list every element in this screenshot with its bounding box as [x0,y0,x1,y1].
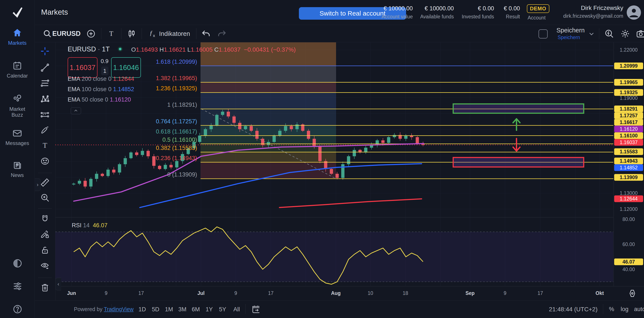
log-scale-button[interactable]: log [621,306,628,312]
toolbar-divider [38,278,52,278]
percent-scale-button[interactable]: % [609,306,614,312]
candle-body [307,131,310,139]
trend-line-tool-button[interactable] [40,63,50,72]
avatar[interactable] [627,6,641,20]
auto-scale-button[interactable]: auto [634,306,644,312]
hide-drawings-button[interactable] [40,261,50,271]
candle-body [296,124,299,129]
symbol-search-button[interactable] [42,29,52,39]
header: Markets Switch to Real account € 10000.0… [34,0,644,25]
snapshot-button[interactable] [636,29,644,39]
layout-checkbox[interactable] [538,30,548,38]
range-button-1y[interactable]: 1Y [204,305,214,314]
save-menu-button[interactable] [588,30,598,40]
save-button[interactable]: Speichern [553,27,588,34]
fib-level-label: 0.382 (1.15583) [156,144,197,151]
redo-button[interactable] [217,29,227,39]
collapse-toolbar-tab[interactable]: ‹ [55,278,61,290]
candle-body [198,136,202,142]
undo-icon [201,29,211,39]
fib-retracement-tool-button[interactable] [40,78,50,88]
ema200-value: 1.12644 [113,76,134,82]
toolbar-divider [38,208,52,209]
indicator-row-ema100[interactable]: EMA 100 close 0 1.14852 [68,86,134,93]
bottom-bar: Powered by TradingView 21:48:44 (UTC+2) … [34,300,644,318]
stat-value: € 0.00 [455,5,494,12]
legend-symbol[interactable]: EURUSD [68,45,96,53]
fib-band [200,42,336,66]
scroll-to-recent-button[interactable] [628,288,637,298]
indicator-row-rsi[interactable]: RSI 14 46.07 [72,222,108,229]
price-chart-canvas[interactable] [55,42,613,286]
market-status-icon[interactable] [118,47,122,52]
indicator-row-ema200[interactable]: EMA 200 close 0 1.12644 [68,76,134,83]
measure-tool-button[interactable] [40,178,50,188]
compare-add-button[interactable] [86,29,96,39]
active-symbol[interactable]: EURUSD [52,30,80,38]
crosshair-tool-button[interactable] [40,46,50,56]
theme-contrast-button[interactable] [12,258,22,268]
zoom-in-tool-button[interactable] [40,193,50,203]
sidebar-item-messages[interactable]: Messages [0,128,34,146]
candle-body [215,115,218,126]
toolbar-divider [38,173,52,173]
indicators-label[interactable]: Indikatoren [159,30,190,37]
range-button-1d[interactable]: 1D [137,305,148,314]
fib-level-label: 0.764 (1.17257) [156,118,197,125]
range-button-5y[interactable]: 5Y [217,305,228,314]
range-button-6m[interactable]: 6M [190,305,202,314]
fib-band [200,82,336,92]
session-clock[interactable]: 21:48:44 (UTC+2) [510,306,598,313]
tradingview-link[interactable]: TradingView [104,306,134,312]
user-info[interactable]: Dirk Friczewsky dirk.friczewsky@gmail.co… [562,4,623,19]
price-axis-label: 1.13909 [614,174,643,181]
time-axis-label: 9 [504,290,506,296]
sidebar-item-market-buzz[interactable]: Market Buzz [0,94,34,118]
quantity-value[interactable]: 1 [101,66,108,75]
brand-logo[interactable] [0,0,34,25]
sidebar-item-news[interactable]: News [0,160,34,178]
drawing-mode-lock-button[interactable] [40,230,50,239]
candle-body [278,131,282,136]
user-email: dirk.friczewsky@gmail.com [562,13,623,19]
legend-interval[interactable]: 1T [102,45,110,53]
candle-body [84,181,87,187]
magnet-mode-button[interactable] [40,214,50,224]
lock-drawings-button[interactable] [40,245,50,255]
candle-body [330,169,333,174]
time-axis[interactable]: Jun917Jul917Aug1018Sep917Okt [55,286,644,300]
range-button-1m[interactable]: 1M [163,305,175,314]
pattern-tool-button[interactable] [40,94,50,104]
emoji-tool-button[interactable] [40,156,50,166]
remove-drawings-button[interactable] [40,282,50,292]
indicator-row-ema50[interactable]: EMA 50 close 0 1.16120 [68,96,131,104]
preferences-button[interactable] [12,281,22,291]
indicators-button[interactable]: ƒ x [147,29,157,39]
brush-tool-button[interactable] [40,125,50,135]
sidebar-item-calendar[interactable]: Calendar [0,60,34,79]
stat-available-funds: € 10000.00 Available funds [417,5,454,20]
collapse-sidebar-tab[interactable]: › [35,178,41,191]
sell-button[interactable]: 1.16037 [68,57,98,78]
legend-collapse-button[interactable] [71,107,81,114]
save-status[interactable]: Speichern [552,34,586,40]
range-button-all[interactable]: All [232,305,242,314]
candle-body [313,139,316,147]
go-to-date-button[interactable] [251,304,261,314]
chart-settings-button[interactable] [620,29,630,39]
undo-button[interactable] [201,29,211,39]
buy-button[interactable]: 1.16046 [111,57,141,78]
range-button-3m[interactable]: 3M [176,305,188,314]
price-axis[interactable]: 1.220001.209991.199651.193251.190001.182… [614,42,644,286]
sidebar-item-label: News [11,172,24,178]
quick-search-button[interactable] [604,29,614,39]
chart-style-button[interactable] [127,29,136,39]
help-button[interactable] [12,304,22,314]
projection-tool-button[interactable] [40,110,50,120]
text-tool-button[interactable]: T [106,29,116,39]
candle-body [158,166,161,169]
sidebar-item-markets[interactable]: Markets [0,28,34,46]
text-annotation-button[interactable]: T [40,140,50,150]
chart-pane[interactable]: EURUSD · 1T O1.16493 H1.16621 L1.16005 C… [55,42,613,286]
range-button-5d[interactable]: 5D [150,305,161,314]
